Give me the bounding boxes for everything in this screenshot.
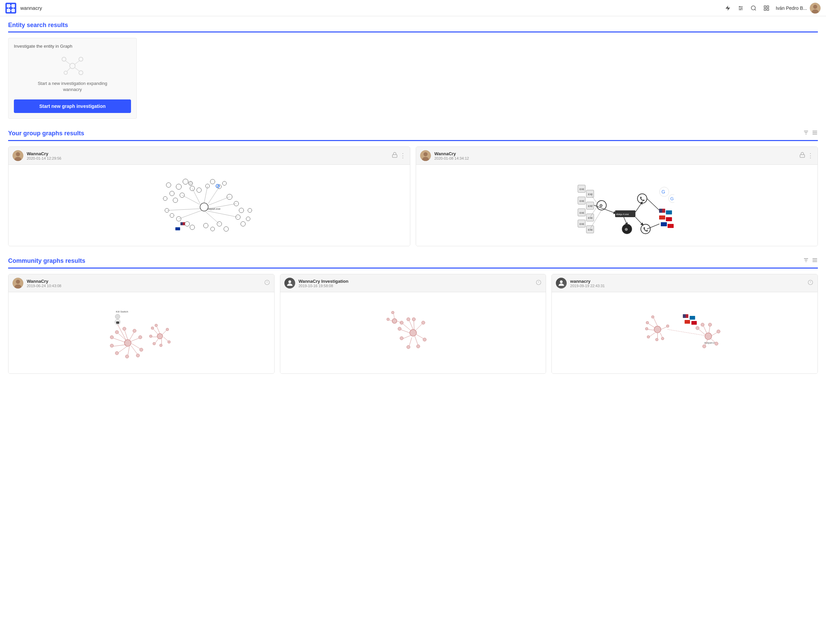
community-card-3-body[interactable]: diskpart.exe [552,292,818,373]
svg-point-14 [740,9,741,10]
group-card-1-date: 2020-01-14 12:29:56 [27,156,392,160]
svg-rect-74 [175,227,180,230]
svg-line-226 [649,333,655,337]
more-menu-icon-2[interactable]: ⋮ [807,152,814,159]
svg-point-68 [211,227,214,231]
svg-point-40 [16,152,20,156]
svg-rect-2 [11,4,15,8]
community-graph-card-2: WannaCry Investigation 2019-10-16 19:58:… [280,274,547,374]
svg-point-153 [115,314,120,319]
entity-section-title: Entity search results [8,22,68,29]
svg-line-30 [75,61,79,64]
svg-point-220 [560,280,563,283]
svg-point-232 [646,327,648,330]
group-graphs-grid: WannaCry 2020-01-14 12:29:56 ⋮ diskpart.… [8,147,818,246]
svg-rect-19 [764,8,766,10]
grid-icon[interactable] [763,5,770,12]
svg-text:EXE: EXE [579,188,584,190]
svg-line-80 [204,186,208,203]
filter-icon[interactable] [803,130,809,137]
app-logo[interactable] [5,3,16,14]
svg-point-214 [392,319,397,324]
community-list-view-icon[interactable] [812,257,818,265]
svg-line-185 [162,330,166,334]
svg-point-91 [424,152,427,156]
more-menu-icon-1[interactable]: ⋮ [400,152,406,159]
svg-rect-71 [180,222,183,225]
svg-line-199 [402,336,410,339]
svg-line-31 [75,68,79,71]
svg-line-163 [131,346,138,355]
group-card-2-name: WannaCry [434,151,799,156]
community-card-3-name: wannacry [570,279,807,284]
svg-point-45 [176,184,182,189]
svg-rect-239 [690,316,695,320]
svg-line-29 [66,61,70,64]
svg-point-205 [407,317,410,321]
svg-point-170 [110,344,113,347]
svg-line-81 [208,187,219,204]
svg-point-44 [200,203,208,211]
svg-point-206 [400,321,403,324]
svg-line-177 [118,324,126,340]
community-card-2-info: WannaCry Investigation 2019-10-16 19:58:… [298,279,536,288]
svg-point-72 [185,221,189,226]
svg-rect-42 [392,155,397,158]
start-investigation-button[interactable]: Start new graph investigation [14,99,131,113]
svg-point-15 [751,6,756,10]
svg-point-46 [169,191,174,196]
group-graph-card-1-header: WannaCry 2020-01-14 12:29:56 ⋮ [8,147,410,165]
community-card-1-header: WannaCry 2019-06-24 10:43:08 [8,274,274,292]
svg-point-251 [701,323,705,327]
network-graph-2: diskpart.exe diskpart.exe EXE EXE EXE EX… [559,166,674,244]
entity-section-header: Entity search results [8,22,818,33]
svg-rect-129 [666,217,672,221]
svg-line-225 [647,330,654,330]
group-graph-card-2: WannaCry 2020-01-08 14:34:12 ⋮ diskpart.… [416,147,818,246]
sliders-icon[interactable] [737,5,744,12]
svg-line-165 [131,338,140,341]
svg-point-61 [239,208,244,213]
group-card-1-body[interactable]: diskpart.exe [8,165,410,246]
svg-rect-127 [666,211,672,214]
community-card-1-avatar [12,278,23,288]
svg-point-26 [79,57,83,61]
list-view-icon[interactable] [812,130,818,137]
svg-point-253 [717,330,720,333]
svg-text:EXE: EXE [579,212,584,214]
svg-point-149 [16,280,20,284]
community-filter-icon[interactable] [803,257,809,265]
lock-icon-2 [799,152,805,159]
svg-point-73 [190,225,195,230]
svg-point-47 [166,183,171,187]
svg-point-169 [110,336,113,339]
search-icon[interactable] [750,5,757,12]
group-card-2-body[interactable]: diskpart.exe diskpart.exe EXE EXE EXE EX… [416,165,818,246]
svg-rect-3 [7,9,10,12]
lock-icon-1 [392,152,398,159]
svg-line-202 [416,334,424,339]
svg-line-78 [182,195,200,204]
community-network-3: diskpart.exe [552,299,818,367]
svg-line-204 [414,320,414,330]
group-graphs-title: Your group graphs results [8,130,84,137]
svg-text:EXE: EXE [588,193,593,195]
svg-point-250 [696,327,699,330]
community-card-1-body[interactable]: Kill Switch ☎ [8,292,274,373]
community-card-2-body[interactable] [280,292,546,373]
community-section-title: Community graphs results [8,257,85,265]
svg-point-193 [289,280,291,283]
svg-point-242 [705,333,712,340]
svg-point-50 [173,198,178,203]
svg-rect-131 [668,224,674,228]
bolt-icon[interactable] [724,5,731,12]
user-menu[interactable]: Iván Pedro B... [776,3,821,14]
svg-point-234 [656,338,658,341]
svg-point-25 [62,57,66,61]
community-graph-card-3: wannacry 2019-09-19 22:43:31 [551,274,818,374]
community-icon-3 [807,279,814,287]
svg-rect-241 [692,321,697,325]
svg-line-184 [163,337,168,341]
svg-line-198 [400,330,410,333]
svg-rect-20 [767,8,769,10]
